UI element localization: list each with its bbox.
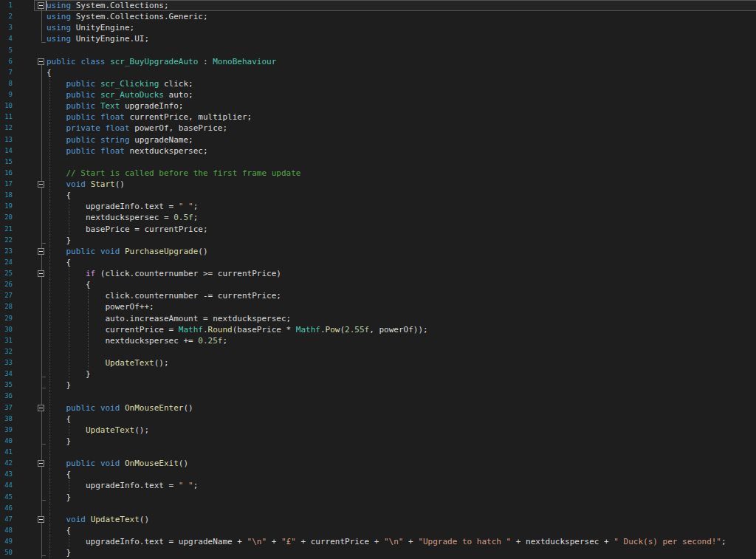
code-line[interactable]: 35 } xyxy=(0,380,756,391)
line-number: 8 xyxy=(0,78,13,89)
code-line[interactable]: 28 powerOf++; xyxy=(0,301,756,312)
token-p xyxy=(95,247,100,256)
token-p: } xyxy=(47,369,91,379)
fold-region-line xyxy=(41,536,42,547)
code-text: } xyxy=(47,368,91,380)
code-line[interactable]: 32 xyxy=(0,346,756,357)
code-line[interactable]: 15 xyxy=(0,157,756,168)
code-line[interactable]: 19 upgradeInfo.text = " "; xyxy=(0,201,756,212)
code-line[interactable]: 48 { xyxy=(0,525,756,536)
token-p: auto; xyxy=(164,90,193,100)
fold-collapse-toggle-icon[interactable] xyxy=(38,2,44,9)
code-line[interactable]: 45 } xyxy=(0,492,756,503)
code-line[interactable]: 13 public string upgradeName; xyxy=(0,134,756,145)
code-line[interactable]: 10 public Text upgradeInfo; xyxy=(0,100,756,112)
code-line[interactable]: 5 xyxy=(0,45,756,56)
fold-region-line xyxy=(41,313,42,324)
fold-collapse-toggle-icon[interactable] xyxy=(38,58,44,65)
code-line[interactable]: 9 public scr_AutoDucks auto; xyxy=(0,89,756,100)
token-p xyxy=(95,79,100,89)
fold-region-line xyxy=(41,235,42,246)
token-p xyxy=(95,90,100,100)
code-line[interactable]: 7{ xyxy=(0,67,756,78)
code-line[interactable]: 14 public float nextduckspersec; xyxy=(0,145,756,157)
token-k: using xyxy=(47,12,71,21)
code-line[interactable]: 29 auto.increaseAmount = nextduckspersec… xyxy=(0,313,756,324)
fold-collapse-toggle-icon[interactable] xyxy=(38,405,44,411)
code-line[interactable]: 44 upgradeInfo.text = " "; xyxy=(0,480,756,491)
code-line[interactable]: 40 } xyxy=(0,436,756,447)
line-number: 31 xyxy=(0,335,13,346)
token-s: " Duck(s) per second!" xyxy=(614,537,721,546)
token-p: upgradeName; xyxy=(130,135,193,145)
token-p: ; xyxy=(193,481,199,490)
line-number: 9 xyxy=(0,89,13,100)
fold-region-line xyxy=(41,492,42,503)
code-line[interactable]: 33 UpdateText(); xyxy=(0,357,756,368)
code-line[interactable]: 34 } xyxy=(0,368,756,380)
token-p: { xyxy=(47,470,71,479)
code-line[interactable]: 17 void Start() xyxy=(0,179,756,190)
line-number: 37 xyxy=(0,402,13,414)
code-line[interactable]: 20 nextduckspersec = 0.5f; xyxy=(0,212,756,223)
token-p xyxy=(47,135,66,145)
code-line[interactable]: 25 if (click.counternumber >= currentPri… xyxy=(0,268,756,279)
code-line[interactable]: 50 } xyxy=(0,547,756,558)
code-line[interactable]: 21 basePrice = currentPrice; xyxy=(0,224,756,235)
code-line[interactable]: 3using UnityEngine; xyxy=(0,22,756,33)
fold-collapse-toggle-icon[interactable] xyxy=(38,460,44,467)
token-p: powerOf, basePrice; xyxy=(130,123,227,133)
fold-region-line xyxy=(41,414,42,425)
code-line[interactable]: 47 void UpdateText() xyxy=(0,514,756,525)
code-line[interactable]: 4using UnityEngine.UI; xyxy=(0,33,756,44)
fold-region-end xyxy=(41,444,46,445)
fold-collapse-toggle-icon[interactable] xyxy=(38,248,44,255)
code-line[interactable]: 31 nextduckspersec += 0.25f; xyxy=(0,335,756,346)
code-text: public float currentPrice, multiplier; xyxy=(47,112,252,123)
fold-collapse-toggle-icon[interactable] xyxy=(38,516,44,523)
token-s: "\n" xyxy=(247,537,267,546)
token-p xyxy=(47,425,86,435)
code-text: { xyxy=(47,414,71,425)
code-line[interactable]: 1using System.Collections; xyxy=(0,0,756,11)
code-line[interactable]: 42 public void OnMouseExit() xyxy=(0,458,756,469)
code-text: public float nextduckspersec; xyxy=(47,145,208,157)
code-line[interactable]: 38 { xyxy=(0,414,756,425)
fold-region-line xyxy=(41,212,42,223)
code-line[interactable]: 24 { xyxy=(0,257,756,268)
token-p: } xyxy=(47,236,71,245)
code-line[interactable]: 8 public scr_Clicking click; xyxy=(0,78,756,89)
token-p: () xyxy=(198,247,207,256)
code-line[interactable]: 39 UpdateText(); xyxy=(0,425,756,436)
token-p: auto.increaseAmount = nextduckspersec; xyxy=(47,314,291,323)
fold-collapse-toggle-icon[interactable] xyxy=(38,270,44,277)
code-line[interactable]: 26 { xyxy=(0,279,756,290)
token-k: public xyxy=(66,101,96,111)
token-k: using xyxy=(47,1,71,10)
code-line[interactable]: 27 click.counternumber -= currentPrice; xyxy=(0,290,756,301)
token-p: { xyxy=(47,414,71,424)
code-line[interactable]: 46 xyxy=(0,503,756,514)
code-line[interactable]: 36 xyxy=(0,391,756,402)
code-line[interactable]: 30 currentPrice = Mathf.Round(basePrice … xyxy=(0,324,756,335)
code-line[interactable]: 22 } xyxy=(0,235,756,246)
code-line[interactable]: 18 { xyxy=(0,190,756,201)
code-line[interactable]: 12 private float powerOf, basePrice; xyxy=(0,123,756,134)
code-line[interactable]: 23 public void PurchaseUpgrade() xyxy=(0,246,756,257)
code-line[interactable]: 41 xyxy=(0,447,756,458)
fold-collapse-toggle-icon[interactable] xyxy=(38,181,44,188)
line-number: 25 xyxy=(0,268,13,279)
code-line[interactable]: 6public class scr_BuyUpgradeAuto : MonoB… xyxy=(0,56,756,67)
code-editor[interactable]: 1using System.Collections;2using System.… xyxy=(0,0,756,559)
line-number: 47 xyxy=(0,514,13,525)
code-text: public Text upgradeInfo; xyxy=(47,100,183,112)
token-t: Text xyxy=(100,101,120,111)
code-line[interactable]: 16 // Start is called before the first f… xyxy=(0,168,756,179)
code-line[interactable]: 37 public void OnMouseEnter() xyxy=(0,402,756,414)
code-line[interactable]: 43 { xyxy=(0,469,756,480)
indent-guide xyxy=(49,447,50,458)
code-line[interactable]: 49 upgradeInfo.text = upgradeName + "\n"… xyxy=(0,536,756,547)
token-m: Round xyxy=(208,325,233,335)
code-line[interactable]: 11 public float currentPrice, multiplier… xyxy=(0,112,756,123)
code-line[interactable]: 2using System.Collections.Generic; xyxy=(0,11,756,22)
